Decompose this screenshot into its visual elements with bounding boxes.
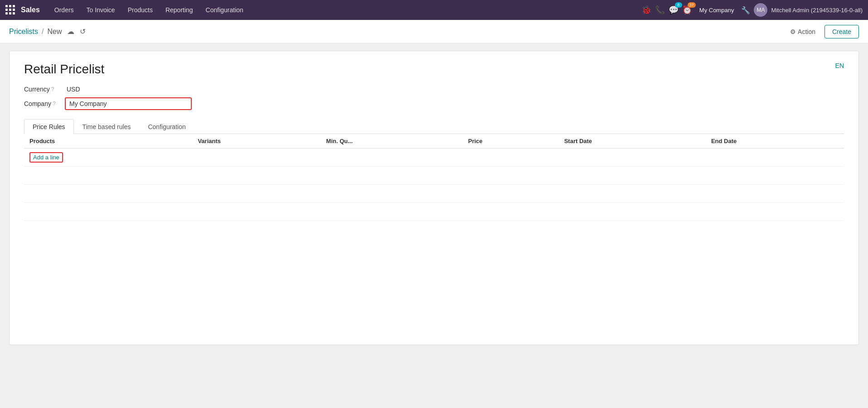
breadcrumb-left: Pricelists / New ☁ ↺ xyxy=(9,27,86,36)
nav-products[interactable]: Products xyxy=(122,5,158,15)
nav-icons-group: 🐞 📞 💬 8 ⏰ 37 My Company 🔧 MA Mitchell Ad… xyxy=(641,3,863,17)
company-name[interactable]: My Company xyxy=(699,7,734,14)
col-min-qty: Min. Qu... xyxy=(321,134,463,149)
tab-configuration[interactable]: Configuration xyxy=(139,119,194,134)
top-navigation: Sales Orders To Invoice Products Reporti… xyxy=(0,0,868,20)
col-products: Products xyxy=(24,134,192,149)
action-label: Action xyxy=(798,28,815,35)
empty-row-1 xyxy=(24,167,844,185)
add-line-row: Add a line xyxy=(24,149,844,167)
phone-icon[interactable]: 📞 xyxy=(655,5,665,15)
undo-icon[interactable]: ↺ xyxy=(80,27,86,36)
tab-price-rules[interactable]: Price Rules xyxy=(24,119,74,134)
breadcrumb-bar: Pricelists / New ☁ ↺ ⚙ Action Create xyxy=(0,20,868,43)
col-end-date: End Date xyxy=(706,134,844,149)
company-field: Company ? My Company xyxy=(24,97,844,110)
col-price: Price xyxy=(463,134,559,149)
add-a-line-link[interactable]: Add a line xyxy=(33,154,59,161)
user-avatar[interactable]: MA xyxy=(754,3,767,17)
price-rules-table: Products Variants Min. Qu... Price Start… xyxy=(24,134,844,221)
nav-orders[interactable]: Orders xyxy=(49,5,79,15)
clock-icon[interactable]: ⏰ 37 xyxy=(682,5,692,15)
company-field-input[interactable]: My Company xyxy=(65,97,192,110)
tabs-container: Price Rules Time based rules Configurati… xyxy=(24,119,844,134)
chat-badge: 8 xyxy=(675,2,682,8)
nav-configuration[interactable]: Configuration xyxy=(200,5,249,15)
chat-icon[interactable]: 💬 8 xyxy=(669,5,679,15)
company-value: My Company xyxy=(69,100,107,107)
breadcrumb-parent[interactable]: Pricelists xyxy=(9,28,38,36)
gear-icon: ⚙ xyxy=(790,28,796,35)
currency-help-icon[interactable]: ? xyxy=(51,86,54,92)
currency-field: Currency ? USD xyxy=(24,86,844,93)
wrench-icon[interactable]: 🔧 xyxy=(741,6,750,14)
form-card: EN Retail Pricelist Currency ? USD Compa… xyxy=(9,51,859,345)
nav-to-invoice[interactable]: To Invoice xyxy=(81,5,121,15)
breadcrumb-current: New xyxy=(47,28,62,36)
nav-reporting[interactable]: Reporting xyxy=(160,5,199,15)
breadcrumb-separator: / xyxy=(42,28,44,36)
add-line-wrapper: Add a line xyxy=(29,152,63,163)
col-variants: Variants xyxy=(192,134,320,149)
currency-value[interactable]: USD xyxy=(65,86,82,93)
bug-icon[interactable]: 🐞 xyxy=(641,5,651,15)
cloud-save-icon[interactable]: ☁ xyxy=(67,27,74,36)
tabs-list: Price Rules Time based rules Configurati… xyxy=(24,119,844,134)
clock-badge: 37 xyxy=(688,2,696,8)
col-start-date: Start Date xyxy=(559,134,706,149)
company-help-icon[interactable]: ? xyxy=(53,101,56,107)
tab-time-based-rules[interactable]: Time based rules xyxy=(74,119,140,134)
form-title: Retail Pricelist xyxy=(24,62,844,77)
main-content: EN Retail Pricelist Currency ? USD Compa… xyxy=(0,43,868,408)
user-name[interactable]: Mitchell Admin (21945339-16-0-all) xyxy=(771,7,863,14)
add-line-cell: Add a line xyxy=(24,149,192,167)
company-label: Company ? xyxy=(24,100,65,107)
empty-row-3 xyxy=(24,203,844,221)
currency-label: Currency ? xyxy=(24,86,65,93)
apps-menu-icon[interactable] xyxy=(5,5,15,15)
empty-row-2 xyxy=(24,185,844,203)
breadcrumb-right: ⚙ Action Create xyxy=(785,25,859,38)
action-button[interactable]: ⚙ Action xyxy=(785,26,821,37)
app-brand[interactable]: Sales xyxy=(21,6,40,14)
create-button[interactable]: Create xyxy=(824,25,859,38)
